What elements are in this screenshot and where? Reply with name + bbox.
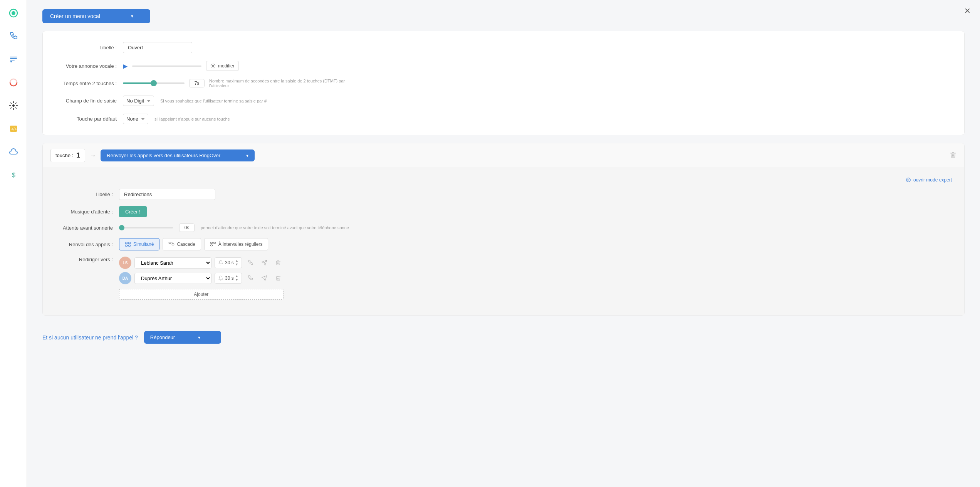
renvoi-intervalles-button[interactable]: À intervalles réguliers xyxy=(204,238,268,250)
repondeur-dropdown[interactable]: Répondeur ▾ xyxy=(144,331,221,344)
gear-small-icon xyxy=(210,63,216,69)
temps-label: Temps entre 2 touches : xyxy=(55,81,117,86)
action-chevron-icon: ▾ xyxy=(246,153,248,158)
temps-row: Temps entre 2 touches : 7s Nombre maximu… xyxy=(55,79,952,88)
temps-hint: Nombre maximum de secondes entre la sais… xyxy=(209,79,356,88)
renvoi-row: Renvoi des appels : Simultané xyxy=(55,238,952,250)
repondeur-label: Répondeur xyxy=(150,334,175,340)
touch-libelle-label: Libellé : xyxy=(55,191,113,197)
phone-ring-icon-1[interactable] xyxy=(245,257,256,268)
expert-btn-label: ouvrir mode expert xyxy=(913,177,952,183)
progress-bar xyxy=(132,65,201,67)
expert-icon xyxy=(906,177,911,183)
intervalles-icon xyxy=(210,241,216,247)
time-select-1: 30 s ▲ ▼ xyxy=(215,257,242,268)
code-icon[interactable]: </> xyxy=(7,122,20,136)
dollar-icon[interactable]: $ xyxy=(7,168,20,182)
temps-slider[interactable] xyxy=(123,82,185,84)
renvoi-label: Renvoi des appels : xyxy=(55,242,113,247)
phone-icon[interactable] xyxy=(7,29,20,43)
svg-rect-24 xyxy=(172,244,174,245)
svg-rect-27 xyxy=(210,242,212,244)
touche-default-select[interactable]: None xyxy=(123,114,148,124)
redirect-label: Rediriger vers : xyxy=(55,257,113,262)
trash-icon-2[interactable] xyxy=(273,273,284,284)
repondeur-chevron-icon: ▾ xyxy=(198,335,200,340)
libelle-input[interactable] xyxy=(123,42,192,53)
user-select-1[interactable]: Leblanc Sarah xyxy=(134,257,211,269)
svg-rect-19 xyxy=(125,245,127,246)
svg-rect-17 xyxy=(125,242,127,244)
touch-label-box: touche : 1 xyxy=(50,149,85,162)
annonce-label: Votre annonce vocale : xyxy=(55,63,117,69)
attente-value: 0s xyxy=(179,223,195,232)
header-dropdown-label: Créer un menu vocal xyxy=(50,13,100,19)
user-select-2[interactable]: Duprès Arthur xyxy=(134,273,211,284)
touch-libelle-input[interactable] xyxy=(119,189,215,200)
modifier-button[interactable]: modifier xyxy=(206,61,239,71)
touch-card: touche : 1 → Renvoyer les appels vers de… xyxy=(42,143,965,316)
champ-label: Champ de fin de saisie xyxy=(55,98,117,104)
header-chevron-icon: ▾ xyxy=(131,13,133,19)
simultane-icon xyxy=(125,241,131,247)
table-row: LS Leblanc Sarah 30 s ▲ xyxy=(119,257,284,269)
list-icon[interactable] xyxy=(7,52,20,66)
action-dropdown-label: Renvoyer les appels vers des utilisateur… xyxy=(107,153,220,158)
trash-icon-1[interactable] xyxy=(273,257,284,268)
trash-icon xyxy=(950,151,957,158)
phone-ring-icon-2[interactable] xyxy=(245,273,256,284)
creer-button[interactable]: Créer ! xyxy=(119,206,147,217)
bell-icon xyxy=(218,260,223,265)
time-stepper-2[interactable]: ▲ ▼ xyxy=(235,275,238,282)
header-dropdown[interactable]: Créer un menu vocal ▾ xyxy=(42,9,150,23)
annonce-row: Votre annonce vocale : ▶ modifier xyxy=(55,61,952,71)
touch-body: ouvrir mode expert Libellé : Musique d'a… xyxy=(43,168,964,315)
logo-icon[interactable] xyxy=(7,6,20,20)
attente-hint: permet d'attendre que votre texte soit t… xyxy=(201,225,349,230)
send-icon-2[interactable] xyxy=(259,273,270,284)
svg-text:$: $ xyxy=(12,172,15,178)
slider-container: 7s Nombre maximum de secondes entre la s… xyxy=(123,79,356,88)
redirect-list: LS Leblanc Sarah 30 s ▲ xyxy=(119,257,284,300)
svg-point-8 xyxy=(12,104,15,107)
play-button[interactable]: ▶ xyxy=(123,62,128,70)
time-stepper-1[interactable]: ▲ ▼ xyxy=(235,259,238,266)
modifier-label: modifier xyxy=(218,63,235,69)
svg-rect-29 xyxy=(210,245,212,246)
renvoi-simultanee-label: Simultané xyxy=(133,242,154,247)
renvoi-simultanee-button[interactable]: Simultané xyxy=(119,238,159,250)
musique-row: Musique d'attente : Créer ! xyxy=(55,206,952,217)
send-icon-1[interactable] xyxy=(259,257,270,268)
svg-text:</>: </> xyxy=(11,128,17,131)
action-dropdown[interactable]: Renvoyer les appels vers des utilisateur… xyxy=(101,149,255,161)
touch-number: 1 xyxy=(76,151,80,160)
renvoi-intervalles-label: À intervalles réguliers xyxy=(218,242,263,247)
libelle-label: Libellé : xyxy=(55,45,117,50)
champ-select[interactable]: No Digit xyxy=(123,96,154,106)
svg-rect-18 xyxy=(128,242,130,244)
touche-default-label: Touche par défaut xyxy=(55,116,117,122)
settings-icon[interactable] xyxy=(7,99,20,113)
footer-row: Et si aucun utilisateur ne prend l'appel… xyxy=(42,323,965,351)
renvoi-cascade-button[interactable]: Cascade xyxy=(163,238,201,250)
renvoi-options: Simultané Cascade xyxy=(119,238,268,250)
close-button[interactable]: ✕ xyxy=(964,6,971,15)
touch-prefix: touche : xyxy=(55,153,73,158)
touche-default-hint: si l'appelant n'appuie sur aucune touche xyxy=(154,117,230,121)
cloud-icon[interactable] xyxy=(7,145,20,159)
delete-touch-button[interactable] xyxy=(950,151,957,160)
attente-row: Attente avant sonnerie 0s permet d'atten… xyxy=(55,223,952,232)
svg-point-1 xyxy=(12,11,15,15)
libelle-row: Libellé : xyxy=(55,42,952,53)
champ-row: Champ de fin de saisie No Digit Si vous … xyxy=(55,96,952,106)
chart-icon[interactable] xyxy=(7,76,20,89)
touche-default-row: Touche par défaut None si l'appelant n'a… xyxy=(55,114,952,124)
announce-control: ▶ modifier xyxy=(123,61,239,71)
attente-slider[interactable] xyxy=(119,227,173,228)
time-value-1: 30 s xyxy=(225,260,234,265)
renvoi-cascade-label: Cascade xyxy=(177,242,195,247)
ajouter-button[interactable]: Ajouter xyxy=(119,289,284,300)
expert-mode-button[interactable]: ouvrir mode expert xyxy=(906,177,952,183)
musique-label: Musique d'attente : xyxy=(55,209,113,215)
svg-point-5 xyxy=(10,61,12,62)
